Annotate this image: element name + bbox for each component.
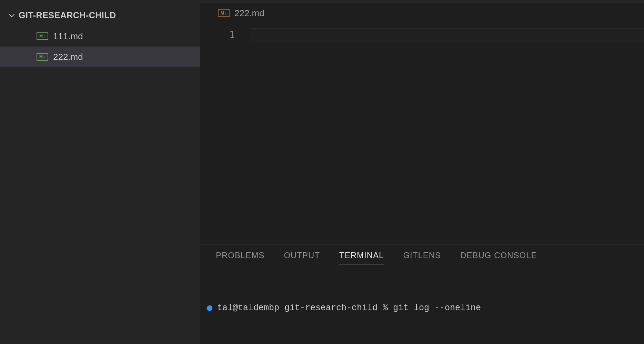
line-number-gutter: 1	[200, 23, 250, 244]
breadcrumb-file-label: 222.md	[234, 8, 264, 19]
file-row-111[interactable]: M↓ 111.md	[0, 26, 200, 47]
code-area[interactable]	[250, 23, 644, 244]
terminal-view[interactable]: tal@taldembp git-research-child % git lo…	[200, 268, 644, 344]
file-name-label: 222.md	[53, 52, 83, 62]
tab-problems[interactable]: PROBLEMS	[216, 251, 264, 264]
tab-output[interactable]: OUTPUT	[284, 251, 320, 264]
tab-terminal[interactable]: TERMINAL	[339, 251, 384, 264]
terminal-line: tal@taldembp git-research-child % git lo…	[207, 301, 644, 315]
explorer-folder-name: GIT-RESEARCH-CHILD	[19, 10, 116, 20]
tab-debug-console[interactable]: DEBUG CONSOLE	[460, 251, 537, 264]
line-number: 1	[200, 30, 235, 40]
file-name-label: 111.md	[53, 31, 83, 42]
markdown-icon: M↓	[218, 9, 230, 17]
prompt-status-dot-icon	[207, 305, 212, 311]
tab-gitlens[interactable]: GITLENS	[403, 251, 441, 264]
explorer-folder-header[interactable]: GIT-RESEARCH-CHILD	[0, 7, 200, 26]
current-line-highlight	[251, 28, 644, 42]
panel-tab-bar: PROBLEMS OUTPUT TERMINAL GITLENS DEBUG C…	[200, 244, 644, 268]
bottom-panel: PROBLEMS OUTPUT TERMINAL GITLENS DEBUG C…	[200, 244, 644, 344]
markdown-icon: M↓	[37, 32, 48, 40]
markdown-icon: M↓	[37, 53, 48, 61]
app-root: GIT-RESEARCH-CHILD M↓ 111.md M↓ 222.md M…	[0, 0, 644, 344]
terminal-text: tal@taldembp git-research-child % git lo…	[217, 301, 481, 315]
editor-body[interactable]: 1	[200, 23, 644, 244]
editor-group: M↓ 222.md 1 PROBLEMS OUTPUT TERMINAL GIT…	[200, 0, 644, 344]
explorer-sidebar: GIT-RESEARCH-CHILD M↓ 111.md M↓ 222.md	[0, 0, 200, 344]
file-row-222[interactable]: M↓ 222.md	[0, 47, 200, 67]
breadcrumbs[interactable]: M↓ 222.md	[200, 3, 644, 23]
chevron-down-icon	[8, 12, 15, 19]
editor-tab-strip	[200, 0, 644, 3]
